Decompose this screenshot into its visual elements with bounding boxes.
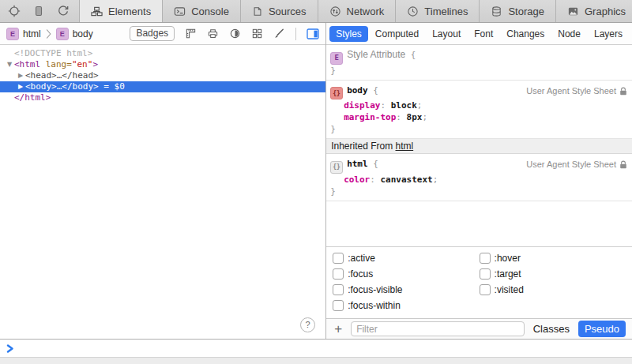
pseudo-column: :hover:target:visited xyxy=(480,253,626,311)
code-token: <head>…</head> xyxy=(25,70,99,81)
dom-tree-row[interactable]: <!DOCTYPE html> xyxy=(0,48,325,59)
code-token: "en" xyxy=(72,59,93,69)
dom-tree-row[interactable]: ▶<body>…</body> = $0 xyxy=(0,81,325,92)
element-badge: E xyxy=(6,28,19,40)
property-value: 8px xyxy=(407,112,423,122)
pseudo-column: :active:focus:focus-visible:focus-within xyxy=(333,253,479,311)
semicolon: ; xyxy=(433,174,438,185)
pseudo-class-toggle-active[interactable]: :active xyxy=(333,253,479,264)
inherited-from-header: Inherited From html xyxy=(326,139,632,154)
style-rule-section: EStyle Attribute {} xyxy=(326,45,632,81)
ruler-icon xyxy=(185,28,197,39)
rule-selector-line[interactable]: EStyle Attribute { xyxy=(330,49,629,65)
grid-icon xyxy=(251,28,263,39)
print-styles-button[interactable] xyxy=(207,28,219,39)
pseudo-class-label: :focus xyxy=(348,268,373,280)
inherited-element-link[interactable]: html xyxy=(396,141,414,152)
tab-sources[interactable]: Sources xyxy=(241,0,318,22)
dom-tree-row[interactable]: ▼<html lang="en"> xyxy=(0,59,325,70)
pseudo-class-toggle-hover[interactable]: :hover xyxy=(480,253,626,264)
element-badge: E xyxy=(56,28,69,40)
style-filter-input[interactable] xyxy=(351,321,525,336)
breadcrumb-item-html[interactable]: Ehtml xyxy=(6,28,41,40)
sidebar-tab-changes[interactable]: Changes xyxy=(500,26,551,42)
breadcrumb: EhtmlEbody xyxy=(6,28,93,40)
sidebar-tab-font[interactable]: Font xyxy=(468,26,499,42)
disclosure-open-icon[interactable]: ▼ xyxy=(5,59,14,70)
code-token: = $0 xyxy=(99,81,125,92)
tab-console[interactable]: Console xyxy=(163,0,241,22)
dom-tree-row[interactable]: </html> xyxy=(0,92,325,103)
checkbox-unchecked[interactable] xyxy=(480,253,491,264)
element-picker-button[interactable] xyxy=(8,5,21,17)
disclosure-closed-icon[interactable]: ▶ xyxy=(16,70,25,81)
breadcrumb-item-body[interactable]: Ebody xyxy=(56,28,93,40)
badges-button[interactable]: Badges xyxy=(130,26,175,41)
sidebar-tab-bar: StylesComputedLayoutFontChangesNodeLayer… xyxy=(326,23,632,45)
dom-toolbar: Badges xyxy=(130,26,319,41)
checkbox-unchecked[interactable] xyxy=(480,284,491,295)
rulers-button[interactable] xyxy=(185,28,197,39)
checkbox-unchecked[interactable] xyxy=(333,284,344,295)
toolbar-button-group xyxy=(0,0,79,22)
console-prompt-icon xyxy=(6,344,14,353)
checkbox-unchecked[interactable] xyxy=(333,268,344,280)
stylesheet-origin-label: User Agent Style Sheet xyxy=(526,85,627,97)
colon: : xyxy=(370,174,380,185)
chevron-right-icon xyxy=(46,28,51,39)
device-settings-button[interactable] xyxy=(32,5,45,17)
sidebar-tab-computed[interactable]: Computed xyxy=(369,26,425,42)
lock-icon xyxy=(619,160,627,169)
printer-icon xyxy=(207,28,219,39)
grid-overlay-button[interactable] xyxy=(251,28,263,39)
tab-network[interactable]: Network xyxy=(318,0,397,22)
document-icon xyxy=(252,6,263,17)
window-bottom-edge xyxy=(0,357,632,364)
pseudo-class-label: :visited xyxy=(495,284,524,295)
sidebar-tab-layout[interactable]: Layout xyxy=(426,26,467,42)
classes-toggle-button[interactable]: Classes xyxy=(532,323,571,335)
tab-label: Elements xyxy=(108,6,151,17)
checkbox-unchecked[interactable] xyxy=(480,268,491,280)
tab-label: Network xyxy=(347,6,385,17)
pseudo-class-toggle-focus-within[interactable]: :focus-within xyxy=(333,300,479,311)
tab-timelines[interactable]: Timelines xyxy=(396,0,480,22)
property-name: color xyxy=(344,174,370,185)
pseudo-toggle-button[interactable]: Pseudo xyxy=(578,321,626,337)
close-brace: } xyxy=(330,186,629,197)
checkbox-unchecked[interactable] xyxy=(333,300,344,311)
sidebar-tab-styles[interactable]: Styles xyxy=(329,26,368,42)
sidebar-tab-layers[interactable]: Layers xyxy=(588,26,629,42)
pseudo-class-toggle-focus[interactable]: :focus xyxy=(333,268,479,280)
new-rule-button[interactable]: + xyxy=(333,324,344,335)
dom-panel-header: EhtmlEbody Badges xyxy=(0,23,325,45)
disclosure-closed-icon[interactable]: ▶ xyxy=(16,81,25,92)
toggle-details-sidebar-button[interactable] xyxy=(307,28,319,39)
pseudo-class-toggle-focus-visible[interactable]: :focus-visible xyxy=(333,284,479,295)
checkbox-unchecked[interactable] xyxy=(333,253,344,264)
sidebar-tab-node[interactable]: Node xyxy=(551,26,587,42)
rule-braces-icon: {} xyxy=(330,87,343,99)
css-property-row[interactable]: display: block; xyxy=(330,99,629,111)
breadcrumb-label: body xyxy=(73,28,93,39)
pseudo-class-toggle-visited[interactable]: :visited xyxy=(480,284,626,295)
tab-storage[interactable]: Storage xyxy=(480,0,556,22)
quick-console-input[interactable] xyxy=(0,340,632,357)
tab-elements[interactable]: Elements xyxy=(80,0,163,22)
close-brace: } xyxy=(330,123,629,135)
edit-styles-button[interactable] xyxy=(273,28,285,39)
rule-selector: body xyxy=(347,85,368,96)
inherited-from-label: Inherited From xyxy=(331,141,395,152)
tab-graphics[interactable]: Graphics xyxy=(556,0,632,22)
rule-selector: Style Attribute xyxy=(347,49,405,60)
details-sidebar: StylesComputedLayoutFontChangesNodeLayer… xyxy=(326,23,632,339)
css-property-row[interactable]: margin-top: 8px; xyxy=(330,111,629,123)
dom-tree-row[interactable]: ▶<head>…</head> xyxy=(0,70,325,81)
breadcrumb-label: html xyxy=(23,28,41,39)
help-button[interactable]: ? xyxy=(300,317,315,332)
force-appearance-button[interactable] xyxy=(229,28,241,39)
reload-button[interactable] xyxy=(57,5,70,17)
pseudo-class-toggle-target[interactable]: :target xyxy=(480,268,626,280)
style-rule-section: {}html {User Agent Style Sheetcolor: can… xyxy=(326,154,632,201)
css-property-row[interactable]: color: canvastext; xyxy=(330,174,629,186)
